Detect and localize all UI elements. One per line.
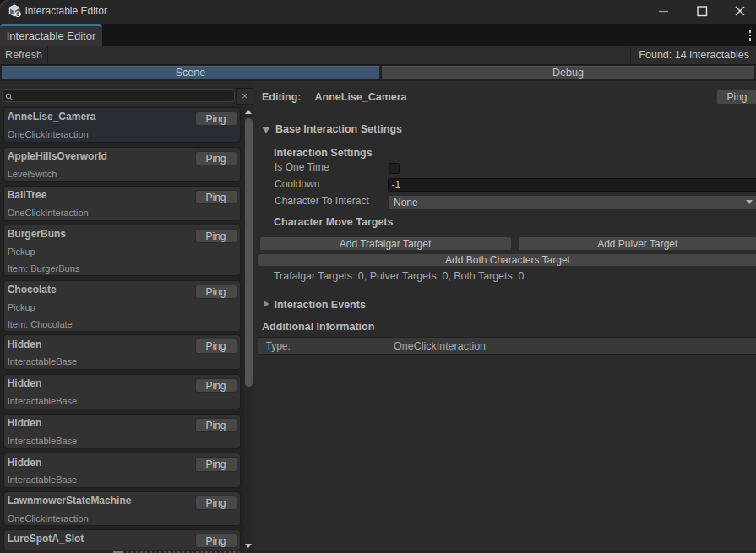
svg-text:6: 6: [16, 11, 19, 17]
